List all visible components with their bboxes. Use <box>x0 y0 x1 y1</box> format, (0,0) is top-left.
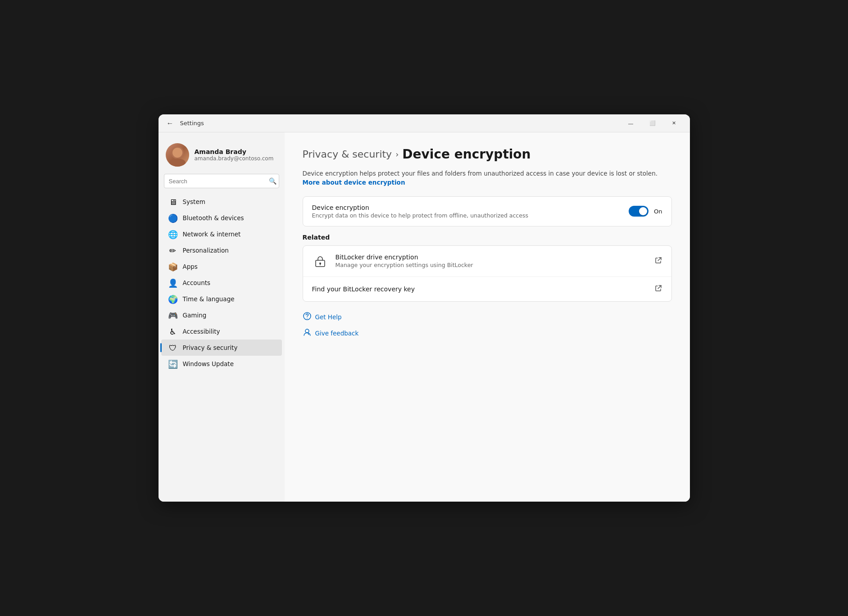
more-info-link[interactable]: More about device encryption <box>303 179 405 186</box>
bitlocker-subtitle: Manage your encryption settings using Bi… <box>336 262 654 268</box>
encryption-toggle-row: Device encryption Encrypt data on this d… <box>303 197 671 226</box>
svg-point-1 <box>319 263 321 264</box>
apps-icon: 📦 <box>168 262 177 271</box>
sidebar-item-accounts[interactable]: 👤Accounts <box>161 275 282 291</box>
page-title: Device encryption <box>402 147 531 162</box>
minimize-button[interactable]: — <box>621 116 641 131</box>
bitlocker-external-link-icon[interactable] <box>654 256 662 266</box>
settings-window: ← Settings — ⬜ ✕ Amanda Brady amanda.bra… <box>159 114 690 502</box>
search-icon[interactable]: 🔍 <box>269 177 277 185</box>
sidebar-item-accessibility[interactable]: ♿Accessibility <box>161 323 282 340</box>
sidebar-item-apps[interactable]: 📦Apps <box>161 258 282 275</box>
recovery-key-action <box>654 284 662 294</box>
bitlocker-row[interactable]: BitLocker drive encryption Manage your e… <box>303 246 671 277</box>
bitlocker-action <box>654 256 662 266</box>
sidebar-label-gaming: Gaming <box>183 312 207 319</box>
give-feedback-label: Give feedback <box>315 330 359 337</box>
user-info: Amanda Brady amanda.brady@contoso.com <box>195 148 277 162</box>
sidebar-label-system: System <box>183 198 205 205</box>
sidebar-label-accessibility: Accessibility <box>183 328 220 335</box>
get-help-label: Get Help <box>315 313 342 321</box>
search-bar: 🔍 <box>164 174 279 188</box>
sidebar-item-privacy[interactable]: 🛡Privacy & security <box>161 340 282 356</box>
breadcrumb-chevron: › <box>395 149 399 159</box>
encryption-toggle[interactable] <box>629 206 648 217</box>
sidebar-item-network[interactable]: 🌐Network & internet <box>161 226 282 242</box>
sidebar-label-apps: Apps <box>183 263 198 270</box>
recovery-key-title: Find your BitLocker recovery key <box>312 285 654 293</box>
related-card: BitLocker drive encryption Manage your e… <box>303 245 672 302</box>
bitlocker-title: BitLocker drive encryption <box>336 254 654 261</box>
page-description: Device encryption helps protect your fil… <box>303 169 672 187</box>
svg-line-8 <box>308 334 309 335</box>
sidebar-item-windows-update[interactable]: 🔄Windows Update <box>161 356 282 372</box>
give-feedback-icon <box>303 328 312 339</box>
breadcrumb: Privacy & security › Device encryption <box>303 147 672 162</box>
toggle-label: On <box>654 208 662 215</box>
sidebar-label-time: Time & language <box>183 295 235 303</box>
breadcrumb-parent[interactable]: Privacy & security <box>303 149 392 160</box>
related-section-label: Related <box>303 234 672 241</box>
encryption-subtitle: Encrypt data on this device to help prot… <box>312 212 629 219</box>
sidebar-label-personalization: Personalization <box>183 247 229 254</box>
avatar <box>166 143 189 167</box>
encryption-action: On <box>629 206 662 217</box>
toggle-thumb <box>639 207 647 215</box>
sidebar-label-bluetooth: Bluetooth & devices <box>183 214 244 222</box>
svg-line-3 <box>658 258 661 261</box>
bluetooth-icon: 🔵 <box>168 213 177 222</box>
svg-point-6 <box>307 317 308 318</box>
sidebar-item-time[interactable]: 🌍Time & language <box>161 291 282 307</box>
give-feedback-link[interactable]: Give feedback <box>303 325 672 341</box>
network-icon: 🌐 <box>168 230 177 239</box>
main-layout: Amanda Brady amanda.brady@contoso.com 🔍 … <box>159 132 690 502</box>
title-bar: ← Settings — ⬜ ✕ <box>159 114 690 132</box>
time-icon: 🌍 <box>168 294 177 303</box>
gaming-icon: 🎮 <box>168 311 177 320</box>
maximize-button[interactable]: ⬜ <box>642 116 663 131</box>
avatar-image <box>166 143 189 167</box>
content-area: Privacy & security › Device encryption D… <box>285 132 690 502</box>
user-name: Amanda Brady <box>195 148 277 155</box>
sidebar-label-windows-update: Windows Update <box>183 360 234 367</box>
accessibility-icon: ♿ <box>168 327 177 336</box>
get-help-link[interactable]: Get Help <box>303 309 672 325</box>
sidebar-item-system[interactable]: 🖥System <box>161 194 282 210</box>
app-title: Settings <box>180 120 204 127</box>
user-email: amanda.brady@contoso.com <box>195 155 277 162</box>
description-text: Device encryption helps protect your fil… <box>303 170 658 177</box>
system-icon: 🖥 <box>168 197 177 206</box>
privacy-icon: 🛡 <box>168 343 177 352</box>
recovery-key-info: Find your BitLocker recovery key <box>312 285 654 293</box>
sidebar: Amanda Brady amanda.brady@contoso.com 🔍 … <box>159 132 285 502</box>
sidebar-label-accounts: Accounts <box>183 279 211 286</box>
svg-point-7 <box>305 329 309 333</box>
sidebar-item-personalization[interactable]: ✏️Personalization <box>161 242 282 258</box>
sidebar-item-gaming[interactable]: 🎮Gaming <box>161 307 282 323</box>
encryption-title: Device encryption <box>312 204 629 211</box>
window-controls: — ⬜ ✕ <box>621 116 685 131</box>
help-links: Get Help Give feedback <box>303 309 672 341</box>
get-help-icon <box>303 312 312 322</box>
sidebar-label-network: Network & internet <box>183 231 241 238</box>
accounts-icon: 👤 <box>168 278 177 287</box>
user-profile[interactable]: Amanda Brady amanda.brady@contoso.com <box>159 140 285 174</box>
back-button[interactable]: ← <box>164 117 177 130</box>
sidebar-item-bluetooth[interactable]: 🔵Bluetooth & devices <box>161 210 282 226</box>
close-button[interactable]: ✕ <box>664 116 685 131</box>
recovery-key-external-link-icon[interactable] <box>654 284 662 294</box>
sidebar-label-privacy: Privacy & security <box>183 344 238 351</box>
bitlocker-info: BitLocker drive encryption Manage your e… <box>336 254 654 268</box>
encryption-info: Device encryption Encrypt data on this d… <box>312 204 629 219</box>
nav-list: 🖥System🔵Bluetooth & devices🌐Network & in… <box>159 194 285 372</box>
personalization-icon: ✏️ <box>168 246 177 255</box>
windows-update-icon: 🔄 <box>168 359 177 368</box>
recovery-key-row[interactable]: Find your BitLocker recovery key <box>303 277 671 301</box>
search-input[interactable] <box>164 174 279 188</box>
device-encryption-card: Device encryption Encrypt data on this d… <box>303 196 672 226</box>
bitlocker-icon <box>312 253 328 269</box>
svg-line-4 <box>658 285 661 289</box>
